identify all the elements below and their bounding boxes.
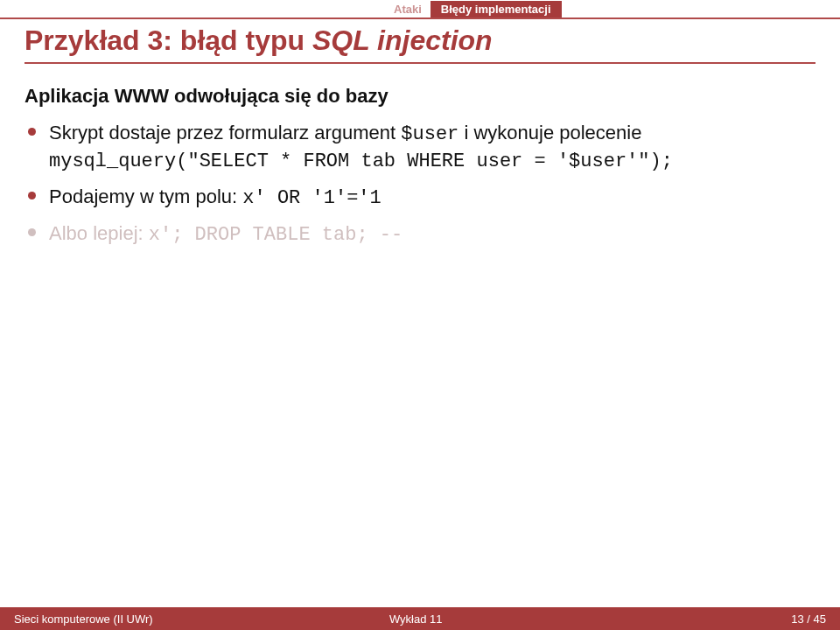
bullet-text: Skrypt dostaje przez formularz argument [49,122,401,144]
footer-bar: Sieci komputerowe (II UWr) Wykład 11 13 … [0,607,840,630]
footer-left: Sieci komputerowe (II UWr) [0,612,277,626]
list-item-faded: Albo lepiej: x'; DROP TABLE tab; -- [49,220,816,248]
slide: Ataki Błędy implementacji Przykład 3: bł… [0,0,840,630]
title-block: Przykład 3: błąd typu SQL injection [0,19,840,73]
code-span: $user [401,123,458,145]
list-item: Skrypt dostaje przez formularz argument … [49,120,816,175]
nav-tab-bledy-implementacji[interactable]: Błędy implementacji [430,1,562,18]
title-text: Przykład 3: błąd typu [24,24,312,56]
code-span: x' OR '1'='1 [242,187,381,209]
slide-body: Aplikacja WWW odwołująca się do bazy Skr… [0,73,840,630]
code-span: x'; DROP TABLE tab; -- [149,224,402,246]
nav-tabs-row: Ataki Błędy implementacji [0,0,840,18]
code-span: mysql_query("SELECT * FROM tab WHERE use… [49,150,673,172]
title-italic: SQL injection [312,24,493,56]
nav-tab-ataki[interactable]: Ataki [385,1,430,18]
list-item: Podajemy w tym polu: x' OR '1'='1 [49,184,816,212]
bullet-text: i wykonuje polecenie [458,122,641,144]
subheader: Aplikacja WWW odwołująca się do bazy [24,85,816,108]
title-separator [24,62,816,64]
bullet-list: Skrypt dostaje przez formularz argument … [24,120,816,248]
footer-center: Wykład 11 [277,612,555,626]
footer-page-number: 13 / 45 [555,612,840,626]
bullet-text: Podajemy w tym polu: [49,186,242,207]
slide-title: Przykład 3: błąd typu SQL injection [24,24,816,57]
bullet-text: Albo lepiej: [49,222,149,244]
